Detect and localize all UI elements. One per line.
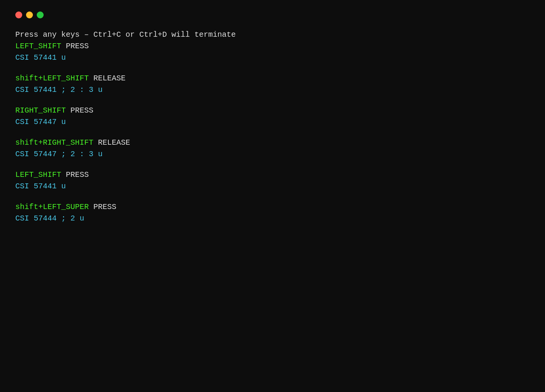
spacer — [15, 96, 530, 105]
terminal-text: PRESS — [61, 42, 89, 51]
terminal-line: shift+LEFT_SHIFT RELEASE — [15, 73, 530, 84]
spacer — [15, 160, 530, 169]
terminal-text: LEFT_SHIFT — [15, 42, 61, 51]
spacer — [15, 192, 530, 201]
terminal-content: Press any keys – Ctrl+C or Ctrl+D will t… — [15, 29, 530, 224]
terminal-text: RELEASE — [89, 74, 126, 83]
spacer — [15, 64, 530, 73]
terminal-text: shift+LEFT_SHIFT — [15, 74, 89, 83]
terminal-text: CSI 57447 u — [15, 118, 66, 126]
terminal-line: CSI 57447 u — [15, 116, 530, 128]
terminal-text: CSI 57441 ; 2 : 3 u — [15, 85, 103, 94]
terminal-line: shift+LEFT_SUPER PRESS — [15, 201, 530, 213]
terminal-line: CSI 57444 ; 2 u — [15, 213, 530, 224]
terminal-text: PRESS — [66, 106, 93, 115]
terminal-line: CSI 57447 ; 2 : 3 u — [15, 149, 530, 160]
close-button[interactable] — [15, 11, 22, 18]
terminal-window: Press any keys – Ctrl+C or Ctrl+D will t… — [0, 0, 545, 392]
terminal-line: shift+RIGHT_SHIFT RELEASE — [15, 137, 530, 149]
terminal-text: RIGHT_SHIFT — [15, 106, 66, 115]
terminal-text: PRESS — [61, 170, 89, 179]
terminal-text: CSI 57441 u — [15, 182, 66, 191]
terminal-text: shift+LEFT_SUPER — [15, 203, 89, 211]
terminal-line: CSI 57441 ; 2 : 3 u — [15, 84, 530, 96]
terminal-line: LEFT_SHIFT PRESS — [15, 169, 530, 181]
terminal-text: LEFT_SHIFT — [15, 170, 61, 179]
minimize-button[interactable] — [26, 11, 33, 18]
terminal-text: shift+RIGHT_SHIFT — [15, 138, 93, 147]
spacer — [15, 128, 530, 137]
maximize-button[interactable] — [37, 11, 44, 18]
terminal-line: CSI 57441 u — [15, 181, 530, 192]
terminal-line: LEFT_SHIFT PRESS — [15, 41, 530, 52]
terminal-text: Press any keys – Ctrl+C or Ctrl+D will t… — [15, 30, 236, 39]
terminal-line: CSI 57441 u — [15, 52, 530, 64]
traffic-lights — [15, 11, 530, 18]
terminal-text: PRESS — [89, 203, 116, 211]
terminal-text: RELEASE — [93, 138, 130, 147]
terminal-text: CSI 57447 ; 2 : 3 u — [15, 150, 103, 158]
terminal-text: CSI 57441 u — [15, 53, 66, 62]
terminal-line: Press any keys – Ctrl+C or Ctrl+D will t… — [15, 29, 530, 41]
terminal-line: RIGHT_SHIFT PRESS — [15, 105, 530, 116]
terminal-text: CSI 57444 ; 2 u — [15, 214, 84, 223]
